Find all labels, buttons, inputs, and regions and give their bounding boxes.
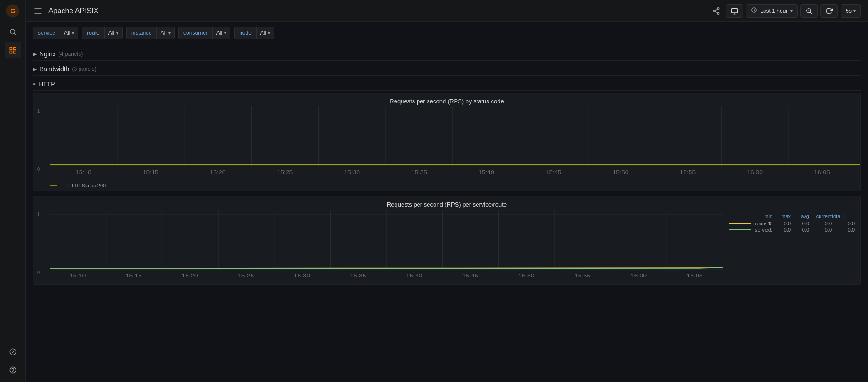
bandwidth-section-header[interactable]: ▶ Bandwidth (3 panels) [33,63,861,76]
col-current: current [809,213,832,219]
rps-route-panel: Requests per second (RPS) per service/ro… [33,196,861,285]
rps-route-table: min max avg current total ↕ route:1 0 0.… [723,210,860,284]
sidebar-item-search[interactable] [5,24,21,40]
service-filter-select[interactable]: All ▾ [60,27,78,39]
svg-rect-4 [10,47,12,49]
row-service-total: 0.0 [832,227,855,233]
svg-text:15:55: 15:55 [574,273,591,278]
route-filter-value: All [108,30,114,36]
svg-point-10 [12,371,13,372]
http-section-label: HTTP [38,80,55,88]
http-section-header[interactable]: ▾ HTTP [33,78,861,91]
svg-line-18 [715,9,718,10]
tv-mode-button[interactable] [726,4,743,18]
menu-toggle-button[interactable] [33,6,43,16]
svg-point-14 [718,7,720,10]
svg-text:15:55: 15:55 [680,170,696,175]
main-content: Apache APISIX Last 1 hour ▾ 5s [26,0,868,382]
svg-text:15:15: 15:15 [143,170,159,175]
row-service-min: 0 [754,227,772,233]
instance-filter-select[interactable]: All ▾ [156,27,175,39]
dashboard-content: ▶ Nginx (4 panels) ▶ Bandwidth (3 panels… [26,44,868,382]
svg-text:15:20: 15:20 [210,170,226,175]
col-max: max [772,213,791,219]
consumer-filter-value: All [216,30,222,36]
svg-rect-5 [13,47,16,49]
row-service-avg: 0.0 [791,227,809,233]
y-max-label: 1 [37,108,48,114]
bandwidth-chevron-icon: ▶ [33,66,37,72]
svg-text:16:00: 16:00 [747,170,763,175]
instance-filter-chevron: ▾ [168,31,171,36]
bandwidth-panel-count: (3 panels) [72,66,96,72]
node-filter-label: node [234,27,256,39]
route-filter-select[interactable]: All ▾ [104,27,123,39]
svg-text:15:10: 15:10 [75,170,91,175]
svg-rect-6 [10,51,12,53]
svg-text:15:30: 15:30 [344,170,360,175]
svg-text:15:20: 15:20 [182,273,198,278]
svg-point-16 [718,12,720,15]
service-filter-value: All [64,30,70,36]
legend-label-status200: — HTTP Status:200 [61,183,106,188]
rps-status-svg: 15:10 15:15 15:20 15:25 15:30 15:35 15:4… [50,106,860,180]
zoom-out-button[interactable] [800,4,818,18]
svg-text:15:45: 15:45 [462,273,479,278]
instance-filter-group: instance All ▾ [126,27,175,39]
share-dashboard-button[interactable] [712,7,720,15]
y-max-label-2: 1 [37,212,48,217]
route-filter-chevron: ▾ [116,31,118,36]
interval-chevron: ▾ [853,8,856,13]
col-total[interactable]: total ↕ [832,213,855,219]
svg-text:15:25: 15:25 [277,170,293,175]
svg-text:15:50: 15:50 [518,273,535,278]
sidebar-item-dashboards[interactable] [5,42,21,58]
y-min-label: 0 [37,166,48,172]
bandwidth-section-label: Bandwidth [39,65,69,73]
node-filter-group: node All ▾ [234,27,274,39]
svg-text:15:45: 15:45 [546,170,562,175]
svg-text:16:05: 16:05 [686,273,702,278]
svg-line-24 [810,12,812,14]
col-min: min [754,213,772,219]
legend-line-status200 [50,185,57,186]
interval-label: 5s [846,8,852,14]
auto-refresh-interval-button[interactable]: 5s ▾ [841,4,861,18]
node-filter-chevron: ▾ [268,31,270,36]
nginx-chevron-icon: ▶ [33,51,37,57]
filter-bar: service All ▾ route All ▾ instance All ▾… [26,22,868,44]
svg-point-2 [10,29,15,34]
sidebar-item-explore[interactable] [5,344,21,360]
topbar: Apache APISIX Last 1 hour ▾ 5s [26,0,868,22]
svg-text:16:05: 16:05 [814,170,830,175]
sidebar-bottom [5,344,21,378]
time-range-button[interactable]: Last 1 hour ▾ [746,4,798,18]
svg-rect-7 [13,51,16,53]
svg-text:15:50: 15:50 [613,170,629,175]
rps-route-y-axis: 1 0 [33,210,50,284]
sidebar: G [0,0,26,382]
rps-status-chart-main: 15:10 15:15 15:20 15:25 15:30 15:35 15:4… [50,106,860,181]
grafana-logo[interactable]: G [5,4,20,18]
svg-line-17 [715,11,718,13]
svg-text:15:30: 15:30 [294,273,310,278]
nginx-panel-count: (4 panels) [59,51,83,57]
dashboard-title: Apache APISIX [48,7,707,15]
node-filter-select[interactable]: All ▾ [256,27,274,39]
rps-route-table-header: min max avg current total ↕ [729,213,855,219]
svg-text:15:35: 15:35 [350,273,366,278]
nginx-section-header[interactable]: ▶ Nginx (4 panels) [33,48,861,61]
svg-rect-19 [732,8,738,12]
row-route1-min: 0 [754,221,772,226]
row-service-current: 0.0 [809,227,832,233]
row-service-name: service: [729,227,754,233]
row-route1-name: route:1 [729,221,754,226]
sidebar-item-help[interactable] [5,362,21,378]
rps-status-panel: Requests per second (RPS) by status code… [33,93,861,191]
route-filter-group: route All ▾ [82,27,123,39]
consumer-filter-select[interactable]: All ▾ [212,27,230,39]
y-min-label-2: 0 [37,270,48,275]
refresh-button[interactable] [820,4,838,18]
svg-text:15:40: 15:40 [406,273,423,278]
rps-status-y-axis: 1 0 [33,106,50,181]
